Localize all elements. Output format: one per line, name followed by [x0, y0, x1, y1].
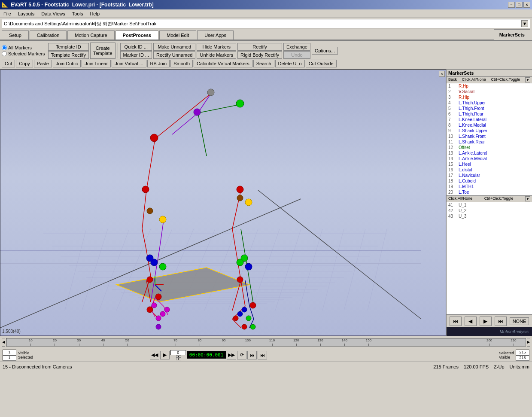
rigid-body-rectify-button[interactable]: Rigid Body Rectify [237, 51, 282, 59]
marker-list-item[interactable]: 9L.Shank.Upper [447, 128, 532, 134]
marker-list-item[interactable]: 12Offset [447, 145, 532, 150]
svg-point-92 [160, 311, 165, 317]
unnamed-list-item[interactable]: 41U_1 [447, 202, 532, 208]
exchange-button[interactable]: Exchange [283, 43, 310, 51]
path-dropdown[interactable]: ▼ [521, 20, 528, 27]
create-template-button[interactable]: Create Template [90, 43, 116, 59]
tab-setup[interactable]: Setup [2, 30, 29, 40]
rectify-button[interactable]: Rectify [237, 43, 282, 51]
timeline-ruler[interactable]: 1020304050708090100110120130140150200210 [6, 338, 526, 347]
frames-status: 215 Frames [433, 364, 459, 369]
maximize-button[interactable]: □ [516, 2, 523, 8]
marker-list-item[interactable]: 15L.Heel [447, 161, 532, 167]
marker-list-item[interactable]: 4L.Thigh.Upper [447, 100, 532, 106]
tab-user-apps[interactable]: User Apps [197, 30, 234, 40]
marker-list-item[interactable]: 16L.distal [447, 167, 532, 173]
svg-point-94 [156, 324, 161, 329]
smooth-button[interactable]: Smooth [170, 60, 193, 67]
frame-input-display[interactable]: 0 [170, 350, 186, 355]
rectify-unnamed-button[interactable]: Rectify Unnamed [153, 51, 195, 59]
marker-list-item[interactable]: 11L.Shank.Rear [447, 139, 532, 145]
selected-left-value[interactable]: 1 [3, 355, 16, 361]
marker-list-item[interactable]: 18L.Cuboid [447, 178, 532, 184]
ctrl-click-toggle-label2: Ctrl+Click:Toggle [484, 196, 514, 201]
rb-join-button[interactable]: RB Join [147, 60, 170, 67]
rewind-button[interactable]: ◀◀ [150, 351, 159, 359]
tab-calibration[interactable]: Calibration [30, 30, 67, 40]
tab-postprocess[interactable]: PostProcess [116, 30, 159, 40]
marker-list-item[interactable]: 1R.Hp [447, 83, 532, 89]
undo-button[interactable]: Undo [283, 51, 310, 59]
selected-markers-radio[interactable] [2, 51, 7, 56]
svg-point-70 [236, 100, 244, 107]
unnamed-list-item[interactable]: 43U_3 [447, 213, 532, 219]
tab-motion-capture[interactable]: Motion Capture [67, 30, 114, 40]
marker-list-item[interactable]: 7L.Knee.Lateral [447, 117, 532, 122]
unnamed-scroll-down[interactable]: ▼ [525, 196, 530, 201]
timeline-scroll-left[interactable]: ◀ [2, 338, 5, 347]
skip-to-end-button[interactable]: ⏭ [258, 351, 267, 359]
cut-button[interactable]: Cut [2, 60, 15, 67]
marker-list-item[interactable]: 6L.Thigh.Rear [447, 111, 532, 117]
marker-list-item[interactable]: 3R.Hip [447, 94, 532, 100]
skip-end-button[interactable]: ▶▶ [227, 351, 236, 359]
menu-layouts[interactable]: Layouts [15, 10, 38, 17]
visible-right-value[interactable]: 215 [516, 355, 529, 361]
marker-list-item[interactable]: 10L.Shank.Front [447, 134, 532, 139]
hide-markers-button[interactable]: Hide Markers [197, 43, 236, 51]
svg-line-40 [172, 113, 198, 134]
make-unnamed-button[interactable]: Make Unnamed [153, 43, 195, 51]
frame-down-button[interactable]: ▼ [176, 358, 181, 360]
visible-left-value[interactable]: 1 [3, 350, 16, 355]
none-button[interactable]: NONE [510, 317, 529, 325]
menu-tools[interactable]: Tools [69, 10, 87, 17]
options-button[interactable]: Options... [312, 47, 338, 55]
click-all-none-label2[interactable]: Click:All/None [448, 196, 472, 201]
marker-id-button[interactable]: Marker ID ... [120, 51, 152, 59]
nav-prev-button[interactable]: ◀ [465, 317, 477, 326]
paste-button[interactable]: Paste [34, 60, 52, 67]
selected-right-value[interactable]: 215 [516, 350, 529, 355]
minimize-button[interactable]: − [508, 2, 515, 8]
viewport-close-button[interactable]: × [439, 71, 445, 77]
menu-help[interactable]: Help [86, 10, 103, 17]
marker-list-item[interactable]: 17L.Navicular [447, 173, 532, 178]
timeline-scroll-right[interactable]: ▶ [527, 338, 530, 347]
join-linear-button[interactable]: Join Linear [82, 60, 111, 67]
marker-list-item[interactable]: 14L.Ankle.Medial [447, 156, 532, 161]
join-cubic-button[interactable]: Join Cubic [53, 60, 81, 67]
list-scroll-down[interactable]: ▼ [525, 77, 530, 82]
calculate-virtual-button[interactable]: Calculate Virtual Markers [194, 60, 252, 67]
marker-list-item[interactable]: 8L.Knee.Medial [447, 122, 532, 128]
menu-file[interactable]: File [0, 10, 15, 17]
close-button[interactable]: × [523, 2, 530, 8]
cut-outside-button[interactable]: Cut Outside [306, 60, 337, 67]
delete-un-button[interactable]: Delete U_n [275, 60, 305, 67]
copy-button[interactable]: Copy [16, 60, 33, 67]
unhide-markers-button[interactable]: Unhide Markers [197, 51, 236, 59]
menu-data-views[interactable]: Data Views [38, 10, 68, 17]
timeline[interactable]: ◀ 10203040507080901001101201301401502002… [0, 336, 532, 348]
nav-next-next-button[interactable]: ⏭ [495, 317, 507, 326]
skip-to-start-button[interactable]: ⏮ [247, 351, 257, 359]
marker-list-item[interactable]: 2V.Sacral [447, 89, 532, 94]
svg-line-19 [116, 229, 151, 310]
loop-button[interactable]: ⟳ [237, 351, 246, 359]
nav-next-button[interactable]: ▶ [480, 317, 492, 326]
click-all-none-label[interactable]: Click:All/None [462, 77, 486, 82]
all-markers-radio[interactable] [2, 45, 7, 50]
quick-id-button[interactable]: Quick ID ... [120, 43, 152, 51]
marker-list-item[interactable]: 5L.Thigh.Front [447, 106, 532, 111]
marker-list-item[interactable]: 19L.MTH1 [447, 184, 532, 189]
tab-model-edit[interactable]: Model Edit [159, 30, 196, 40]
template-rectify-button[interactable]: Template Rectify [48, 51, 89, 59]
join-virtual-button[interactable]: Join Virtual ... [112, 60, 146, 67]
template-id-button[interactable]: Template ID [48, 43, 89, 51]
viewport-3d[interactable]: × [0, 70, 446, 336]
unnamed-list-item[interactable]: 42U_2 [447, 208, 532, 213]
nav-prev-prev-button[interactable]: ⏮ [450, 317, 462, 326]
marker-list-item[interactable]: 20L.Toe [447, 189, 532, 195]
marker-list-item[interactable]: 13L.Ankle.Lateral [447, 150, 532, 156]
search-button[interactable]: Search [253, 60, 274, 67]
play-button[interactable]: ▶ [160, 351, 170, 359]
